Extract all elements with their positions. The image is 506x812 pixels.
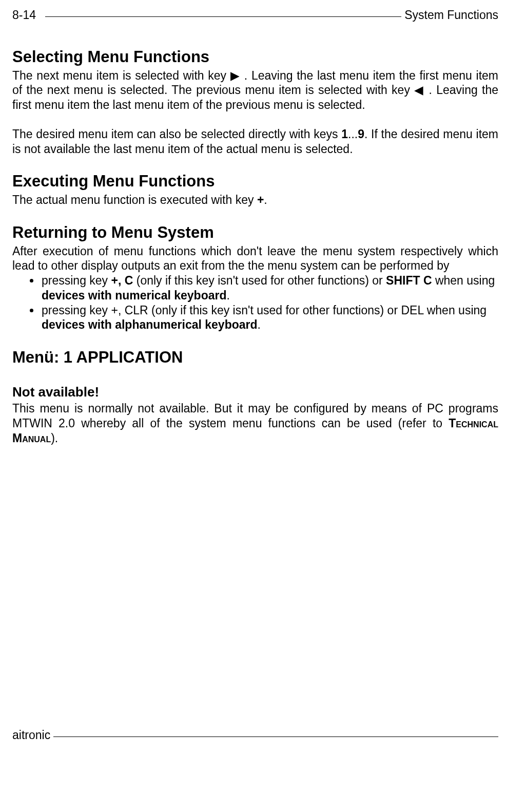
text: (only if this key isn't used for other f… [133, 274, 386, 287]
text: pressing key [42, 274, 111, 287]
heading-selecting-menu-functions: Selecting Menu Functions [12, 47, 498, 67]
bullet-list: pressing key +, C (only if this key isn'… [12, 273, 498, 332]
list-item: pressing key +, CLR (only if this key is… [41, 303, 498, 333]
text: . [264, 193, 267, 206]
text-bold: SHIFT C [386, 274, 432, 287]
text-bold: + [257, 193, 264, 206]
text-bold: devices with numerical keyboard [42, 289, 226, 302]
heading-menu-1-application: Menü: 1 APPLICATION [12, 348, 498, 368]
footer-brand: aitronic [12, 728, 50, 743]
text: ). [51, 431, 58, 445]
left-arrow-icon: ◀ [414, 83, 424, 97]
text-bold: 1 [341, 127, 348, 141]
right-arrow-icon: ▶ [230, 69, 240, 82]
text: . [226, 289, 229, 302]
text-bold: devices with alphanumerical keyboard [42, 318, 258, 331]
text: The next menu item is selected with key [12, 69, 230, 82]
paragraph: The desired menu item can also be select… [12, 127, 498, 157]
header-rule [45, 16, 401, 17]
text: The actual menu function is executed wit… [12, 193, 257, 206]
header-section-title: System Functions [404, 8, 498, 23]
heading-returning-to-menu-system: Returning to Menu System [12, 223, 498, 243]
paragraph: The next menu item is selected with key … [12, 68, 498, 112]
text: . [258, 318, 261, 331]
text-bold: +, C [111, 274, 133, 287]
page-number: 8-14 [12, 8, 36, 23]
text: The desired menu item can also be select… [12, 127, 341, 141]
paragraph: This menu is normally not available. But… [12, 401, 498, 445]
subheading-not-available: Not available! [12, 384, 498, 401]
paragraph: After execution of menu functions which … [12, 244, 498, 274]
heading-executing-menu-functions: Executing Menu Functions [12, 172, 498, 192]
footer-rule [53, 737, 498, 737]
text-bold: 9 [358, 127, 364, 141]
text: pressing key +, CLR (only if this key is… [42, 304, 486, 317]
page-footer: aitronic [12, 728, 498, 743]
paragraph: The actual menu function is executed wit… [12, 193, 498, 207]
text: This menu is normally not available. But… [12, 402, 498, 430]
text: ... [348, 127, 358, 141]
text: when using [432, 274, 495, 287]
page-header: 8-14 System Functions [12, 8, 498, 23]
list-item: pressing key +, C (only if this key isn'… [41, 273, 498, 303]
